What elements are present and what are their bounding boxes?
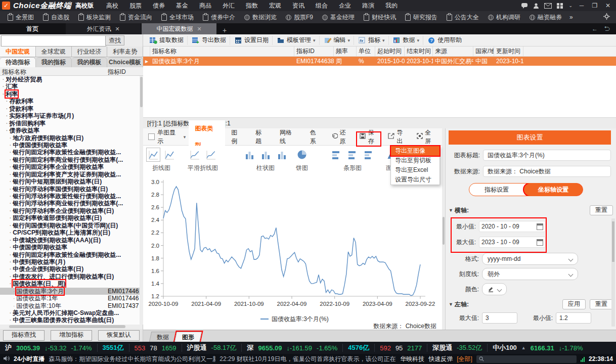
tree-item[interactable]: ·银行间浮动利率政策性银行债到期收益... xyxy=(0,193,143,200)
ticker-all-link[interactable]: [全部] xyxy=(457,355,472,363)
category-tab[interactable]: 全球宏观 xyxy=(36,47,72,57)
news-item-1[interactable]: 森马服饰：期望国际业务经过中长期培育能成为公司利润又一新增长点 xyxy=(49,355,215,363)
index-value[interactable]: 78 xyxy=(150,344,157,352)
chart-toolbar-item[interactable]: 网格线 xyxy=(274,128,304,146)
min-date-input[interactable]: 2020 - 10 - 09 xyxy=(479,221,546,232)
table-header-cell[interactable]: 指标名称 xyxy=(150,47,294,56)
tree-button[interactable]: 指标查找 xyxy=(3,330,45,341)
chat-icon[interactable] xyxy=(521,3,528,9)
menu-item[interactable]: 宏观 xyxy=(263,2,287,10)
tab-chart[interactable]: 图形 xyxy=(174,332,202,342)
index-value[interactable]: -1.74% xyxy=(71,344,92,352)
max-date-input[interactable]: 2023 - 10 - 09 xyxy=(479,237,546,248)
menu-item[interactable]: 债券 xyxy=(147,2,170,10)
chart-action-还原[interactable]: 还原 xyxy=(328,127,355,147)
chart-action-导出[interactable]: 导出 xyxy=(385,127,412,147)
tree-item[interactable]: ·中债农发行、进口行债到期收益率(日) xyxy=(0,273,143,280)
index-value[interactable]: -58.17亿 xyxy=(211,343,237,352)
indicator-settings-tab[interactable]: 指标设置 xyxy=(469,184,524,196)
index-value[interactable]: -35.52亿 xyxy=(457,343,482,352)
category-tab[interactable]: 行业经济 xyxy=(72,47,108,57)
quickbar-item[interactable]: 资金流向 xyxy=(115,13,157,22)
menu-item[interactable]: 路演 xyxy=(357,2,380,10)
more-tools-button[interactable]: » xyxy=(569,14,573,21)
index-value[interactable]: ▲ xyxy=(521,345,526,350)
index-value[interactable]: ↓-53.32 xyxy=(45,344,66,352)
toolbar-button-chart[interactable]: 数据 ▾ xyxy=(390,36,424,45)
table-header-cell[interactable]: 频率 xyxy=(334,47,357,56)
export-menu-item[interactable]: 设置导出尺寸 xyxy=(391,175,439,185)
new-tab-button[interactable]: + xyxy=(217,26,232,34)
indicator-search-input[interactable] xyxy=(1,35,106,47)
tree-button[interactable]: 增加指标 xyxy=(51,330,92,341)
view-tab[interactable]: 待选指标 xyxy=(0,57,36,67)
tree-item[interactable]: ·汇率 xyxy=(0,83,143,90)
index-value[interactable]: 深 xyxy=(247,343,253,352)
settings-scrollbar[interactable] xyxy=(611,218,615,327)
index-value[interactable]: 沪股通 xyxy=(187,343,207,352)
view-tab[interactable]: 我的模板 xyxy=(72,57,108,67)
tree-item[interactable]: ·贷款利率 xyxy=(0,105,143,112)
export-menu-item[interactable]: 导出至Excel xyxy=(391,165,439,175)
chart-toolbar-item[interactable]: 图例 xyxy=(225,128,249,146)
axis-settings-tab[interactable]: 坐标轴设置 xyxy=(524,184,583,196)
index-value[interactable]: 深股通 xyxy=(432,343,452,352)
index-value[interactable]: 95 xyxy=(395,344,403,352)
tree-item[interactable]: ·存款利率 xyxy=(0,98,143,105)
document-tab[interactable]: 首页 xyxy=(0,23,65,34)
tree-item[interactable]: ·银行间浮动利率商业银行债到期收益率(... xyxy=(0,200,143,207)
laxis-max-input[interactable]: 3 xyxy=(482,312,517,324)
index-value[interactable]: 中小100 xyxy=(493,343,517,352)
tree-item[interactable]: ·中债企业债到期收益率(日) xyxy=(0,265,143,272)
table-header-cell[interactable]: 来源 xyxy=(433,47,473,56)
toolbar-button-fx[interactable]: fx 指标 ▾ xyxy=(355,36,389,45)
toolbar-button-export[interactable]: 导出数据 xyxy=(189,36,230,45)
menu-item[interactable]: 我的 xyxy=(380,2,403,10)
calendar-icon[interactable] xyxy=(537,223,543,230)
date-format-select[interactable]: yyyy-mm-dd xyxy=(482,253,578,265)
menu-item[interactable]: 企业 xyxy=(333,2,357,10)
news-item-2[interactable]: 22:29 财联社10月19日电，雀巢公司首席执行官表示，该公司正在研发可在 xyxy=(219,355,396,363)
tree-item[interactable]: ·固定利率铁道部债到期收益率(日) xyxy=(0,214,143,221)
index-value[interactable]: -1.65% xyxy=(317,344,337,352)
table-header-cell[interactable]: 单位 xyxy=(357,47,375,56)
export-menu-item[interactable]: 导出至图像 xyxy=(391,146,439,156)
tree-button[interactable]: 恢复默认 xyxy=(98,330,140,341)
quickbar-item[interactable]: 融资融券 xyxy=(525,13,566,22)
chart-action-保存[interactable]: 保存 xyxy=(357,127,383,147)
tree-item[interactable]: ·对外经济贸易 xyxy=(0,76,143,83)
ticker-stock-name[interactable]: 华映科技 xyxy=(400,355,424,363)
menu-item[interactable]: 外汇 xyxy=(217,2,240,10)
tree-item[interactable]: ·国债收益率(日、周) xyxy=(0,280,143,287)
chart-type-col-icon[interactable] xyxy=(242,148,256,162)
tree-item[interactable]: ·CP/SCP到期收益率(上海清算所)(日) xyxy=(0,229,143,236)
chart-action-全屏[interactable]: 全屏 xyxy=(414,127,440,147)
table-header-cell[interactable]: 指标ID xyxy=(294,47,334,56)
export-menu-item[interactable]: 导出至剪切板 xyxy=(391,156,439,165)
table-header-cell[interactable] xyxy=(143,47,150,56)
index-value[interactable]: 沪 xyxy=(5,343,12,352)
live-label[interactable]: 24小时直播 xyxy=(14,355,45,363)
single-chart-label[interactable]: 单图显示 xyxy=(157,128,182,146)
table-header-cell[interactable]: 结束时间 xyxy=(405,47,433,56)
table-header-cell[interactable]: 起始时间 xyxy=(375,47,405,56)
minimize-button[interactable]: ─ xyxy=(578,2,586,9)
chart-type-smooth-icon[interactable] xyxy=(188,148,202,162)
chart-type-bar-icon[interactable] xyxy=(345,148,360,162)
axis-color-select[interactable] xyxy=(482,283,507,295)
user-icon[interactable] xyxy=(533,3,539,9)
index-value[interactable]: 6166.31 xyxy=(531,344,554,352)
laxis-collapse-icon[interactable]: ▼ xyxy=(449,302,453,307)
tickline-select[interactable]: 朝外 xyxy=(482,268,578,280)
tab-data[interactable]: 数据 xyxy=(149,332,177,342)
close-button[interactable]: ✕ xyxy=(604,2,612,9)
tree-item[interactable]: ·银行间固定利率资产支持证券到期收益... xyxy=(0,171,143,178)
back-arrow-icon[interactable]: ← xyxy=(592,25,598,32)
category-tab[interactable]: 中国宏观 xyxy=(0,47,36,57)
quickbar-item[interactable]: 全球市场 xyxy=(157,13,198,22)
index-value[interactable]: ↓-161.59 xyxy=(286,344,312,352)
table-header-cell[interactable]: 更新时间 xyxy=(494,47,523,56)
chart-type-col-icon[interactable] xyxy=(275,148,289,162)
category-tab[interactable]: 利率走势 xyxy=(107,47,143,57)
toolbar-button-calendar[interactable]: 设置日期 xyxy=(231,36,273,45)
